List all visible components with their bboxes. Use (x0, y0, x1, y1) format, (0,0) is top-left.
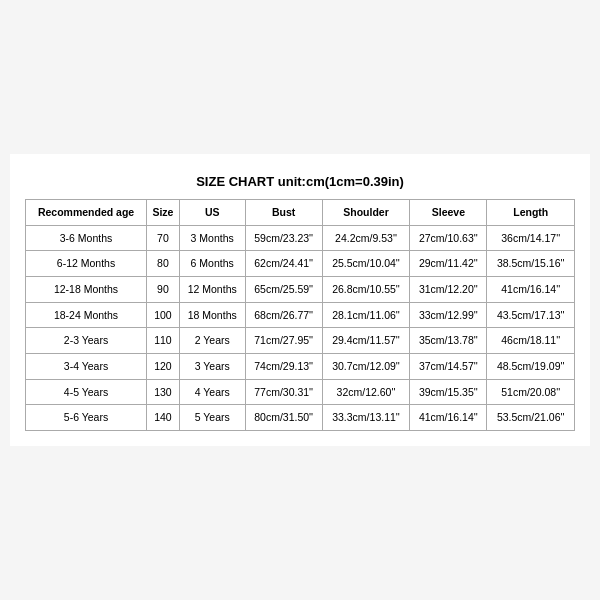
table-cell: 2 Years (179, 328, 245, 354)
table-cell: 120 (147, 354, 180, 380)
table-cell: 2-3 Years (26, 328, 147, 354)
table-cell: 3-4 Years (26, 354, 147, 380)
column-header: Sleeve (410, 199, 487, 225)
table-row: 6-12 Months806 Months62cm/24.41''25.5cm/… (26, 251, 575, 277)
size-table: Recommended ageSizeUSBustShoulderSleeveL… (25, 199, 575, 431)
table-cell: 38.5cm/15.16'' (487, 251, 575, 277)
column-header: Bust (245, 199, 322, 225)
table-cell: 110 (147, 328, 180, 354)
table-row: 2-3 Years1102 Years71cm/27.95''29.4cm/11… (26, 328, 575, 354)
table-cell: 37cm/14.57'' (410, 354, 487, 380)
table-cell: 18 Months (179, 302, 245, 328)
table-cell: 12 Months (179, 276, 245, 302)
table-cell: 53.5cm/21.06'' (487, 405, 575, 431)
table-cell: 43.5cm/17.13'' (487, 302, 575, 328)
table-cell: 24.2cm/9.53'' (322, 225, 409, 251)
table-cell: 6 Months (179, 251, 245, 277)
table-cell: 100 (147, 302, 180, 328)
column-header: Recommended age (26, 199, 147, 225)
table-cell: 18-24 Months (26, 302, 147, 328)
table-cell: 31cm/12.20'' (410, 276, 487, 302)
table-cell: 30.7cm/12.09'' (322, 354, 409, 380)
table-cell: 80cm/31.50'' (245, 405, 322, 431)
table-header-row: Recommended ageSizeUSBustShoulderSleeveL… (26, 199, 575, 225)
table-cell: 6-12 Months (26, 251, 147, 277)
table-cell: 68cm/26.77'' (245, 302, 322, 328)
table-cell: 25.5cm/10.04'' (322, 251, 409, 277)
table-cell: 51cm/20.08'' (487, 379, 575, 405)
table-cell: 3-6 Months (26, 225, 147, 251)
table-cell: 32cm/12.60'' (322, 379, 409, 405)
table-cell: 29cm/11.42'' (410, 251, 487, 277)
table-cell: 4-5 Years (26, 379, 147, 405)
table-cell: 28.1cm/11.06'' (322, 302, 409, 328)
table-cell: 59cm/23.23'' (245, 225, 322, 251)
column-header: Length (487, 199, 575, 225)
table-row: 5-6 Years1405 Years80cm/31.50''33.3cm/13… (26, 405, 575, 431)
table-cell: 3 Months (179, 225, 245, 251)
table-cell: 71cm/27.95'' (245, 328, 322, 354)
size-chart-container: SIZE CHART unit:cm(1cm=0.39in) Recommend… (10, 154, 590, 446)
table-cell: 46cm/18.11'' (487, 328, 575, 354)
table-cell: 12-18 Months (26, 276, 147, 302)
table-cell: 39cm/15.35'' (410, 379, 487, 405)
column-header: Shoulder (322, 199, 409, 225)
table-cell: 70 (147, 225, 180, 251)
table-cell: 5-6 Years (26, 405, 147, 431)
table-cell: 27cm/10.63'' (410, 225, 487, 251)
table-cell: 130 (147, 379, 180, 405)
table-cell: 33cm/12.99'' (410, 302, 487, 328)
table-row: 4-5 Years1304 Years77cm/30.31''32cm/12.6… (26, 379, 575, 405)
table-cell: 36cm/14.17'' (487, 225, 575, 251)
table-cell: 3 Years (179, 354, 245, 380)
table-cell: 35cm/13.78'' (410, 328, 487, 354)
table-cell: 77cm/30.31'' (245, 379, 322, 405)
table-cell: 26.8cm/10.55'' (322, 276, 409, 302)
table-cell: 65cm/25.59'' (245, 276, 322, 302)
column-header: Size (147, 199, 180, 225)
table-cell: 4 Years (179, 379, 245, 405)
table-row: 3-4 Years1203 Years74cm/29.13''30.7cm/12… (26, 354, 575, 380)
table-cell: 29.4cm/11.57'' (322, 328, 409, 354)
table-cell: 48.5cm/19.09'' (487, 354, 575, 380)
table-row: 12-18 Months9012 Months65cm/25.59''26.8c… (26, 276, 575, 302)
table-cell: 140 (147, 405, 180, 431)
chart-title: SIZE CHART unit:cm(1cm=0.39in) (25, 174, 575, 189)
table-cell: 62cm/24.41'' (245, 251, 322, 277)
table-cell: 41cm/16.14'' (487, 276, 575, 302)
table-cell: 90 (147, 276, 180, 302)
table-cell: 74cm/29.13'' (245, 354, 322, 380)
column-header: US (179, 199, 245, 225)
table-cell: 5 Years (179, 405, 245, 431)
table-cell: 80 (147, 251, 180, 277)
table-cell: 33.3cm/13.11'' (322, 405, 409, 431)
table-row: 3-6 Months703 Months59cm/23.23''24.2cm/9… (26, 225, 575, 251)
table-cell: 41cm/16.14'' (410, 405, 487, 431)
table-row: 18-24 Months10018 Months68cm/26.77''28.1… (26, 302, 575, 328)
